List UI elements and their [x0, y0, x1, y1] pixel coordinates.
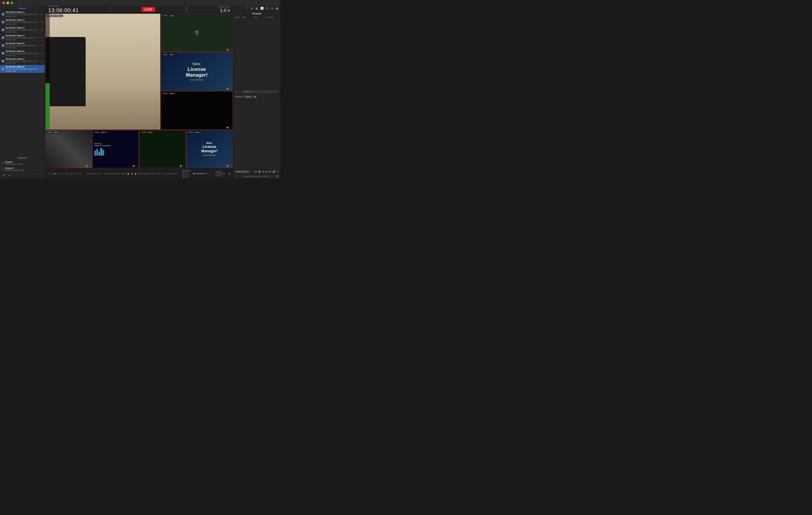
input-item-4[interactable]: ✓ OnTheAir Video 4 OnTheAir Video 4 (108… [0, 34, 45, 42]
input-checkbox-6[interactable]: ✓ [2, 52, 4, 55]
fullscreen-icon-7[interactable]: ⛶ [183, 165, 185, 167]
fullscreen-icon-2[interactable]: ⛶ [230, 49, 232, 51]
eye-icon-6[interactable]: 👁 [41, 52, 43, 54]
eye-icon-7[interactable]: 👁 [41, 60, 43, 62]
remove-input-button[interactable]: − [8, 173, 11, 178]
output-name-2: Output 2 [5, 167, 43, 169]
eye-icon-4[interactable]: 👁 [41, 36, 43, 39]
title-bar [0, 0, 281, 6]
input-checkbox-1[interactable]: ✓ [2, 13, 4, 16]
remove-browser-button[interactable]: − [239, 90, 241, 93]
input-item-8[interactable]: ✓ OnTheAir Video 8 OnTheAir Video 8 (108… [0, 65, 45, 73]
play-button[interactable]: ▶ [135, 172, 137, 175]
volume-slider[interactable] [196, 173, 208, 174]
input-checkbox-4[interactable]: ✓ [2, 36, 4, 39]
minimize-button[interactable] [6, 2, 9, 4]
fullscreen-icon-6[interactable]: ⛶ [136, 165, 138, 167]
current-time-label: Current Time [48, 5, 79, 7]
eye-icon-1[interactable]: 👁 [41, 13, 43, 16]
share-icon[interactable]: ⤴ [246, 6, 249, 10]
outputs-section: Outputs Output Output (1080p 59.94) Outp… [0, 155, 45, 172]
input-text-8: OnTheAir Video 8 OnTheAir Video 8 (1080p… [5, 65, 40, 72]
input-checkbox-7[interactable]: ✓ [2, 60, 4, 62]
bottom-video-8[interactable]: OnTh...Video 8 New: License Manager! SOF… [186, 130, 233, 168]
main-video-cell[interactable]: OnTheAir Video 1 🔇 ⛶ [46, 13, 161, 130]
bottom-settings-button[interactable]: ▲ [228, 172, 231, 175]
input-item-5[interactable]: ✓ OnTheAir Video 5 OnTheAir Video 5 (108… [0, 42, 45, 49]
side-video-3[interactable]: OnTh...Video 3 New: License Manager! SOF… [161, 52, 233, 91]
select-output-button[interactable]: Select Output... [235, 170, 250, 173]
browser-search-input[interactable] [242, 90, 279, 93]
skip-back-button[interactable]: ⏮ [255, 170, 257, 173]
meter-bar [46, 83, 50, 130]
add-input-button[interactable]: + [2, 173, 6, 178]
playlist-settings-button[interactable]: ⚙ [275, 174, 279, 178]
out-point-button[interactable] [185, 9, 188, 12]
in-point-button[interactable] [109, 9, 112, 12]
bottom-video-6[interactable]: OnTh...Video 6 STAGE 1 Higher File Workp… [92, 130, 139, 168]
in-section: In [83, 7, 137, 12]
mute-icon-7[interactable]: 🔇 [179, 165, 182, 167]
side-video-2[interactable]: OnTh...Video 2 🔇 ⛶ [161, 13, 233, 52]
output-item-1[interactable]: Output Output (1080p 59.94) [0, 160, 45, 166]
fast-speeds: 2x4x8x16x32x [162, 173, 177, 175]
mute-icon-5[interactable]: 🔇 [86, 165, 88, 167]
mute-icon-2[interactable]: 🔇 [226, 49, 229, 51]
output-name-1: Output [5, 161, 43, 163]
bottom-video-7[interactable]: OnTh...Video 7 🔇 ⛶ [139, 130, 186, 168]
playlist-remove-button[interactable]: − [235, 175, 237, 178]
input-item-6[interactable]: ✓ OnTheAir Video 6 OnTheAir Video 6 (108… [0, 49, 45, 57]
playlist-dropdown[interactable]: Playlist 1 [243, 96, 257, 98]
stop-button[interactable]: ⏹ [258, 170, 261, 173]
input-checkbox-5[interactable]: ✓ [2, 44, 4, 47]
bottom-video-5[interactable]: OnTh...Video 5 🔇 ⛶ [46, 130, 92, 168]
bottom-video-grid: OnTh...Video 5 🔇 ⛶ OnTh...Video 6 STAGE … [46, 130, 233, 168]
input-checkbox-2[interactable]: ✓ [2, 21, 4, 23]
input-checkbox-8[interactable]: ✓ [2, 67, 4, 70]
refresh-button[interactable]: ↺ [277, 170, 279, 173]
fullscreen-icon-5[interactable]: ⛶ [89, 165, 91, 167]
top-toolbar: ⤴ ⊞ ▦ 📊 ☰ ⊟ ▣ [233, 6, 281, 11]
bottom-video-7-bg [140, 130, 186, 168]
pause-button[interactable]: ⏸ [130, 172, 133, 175]
input-desc-1: OnTheAir Video 1 (1080p 59.94 YUV 8-bit … [5, 13, 40, 18]
input-text-6: OnTheAir Video 6 OnTheAir Video 6 (1080p… [5, 50, 40, 56]
link-button[interactable]: 🔗 [272, 170, 276, 173]
close-button[interactable] [2, 2, 5, 4]
fullscreen-icon-4[interactable]: ⛶ [230, 126, 232, 129]
play-transport-button[interactable]: ▶ [266, 170, 268, 173]
fast-percents: 25%33%50%66%75% [138, 173, 160, 175]
mute-icon-8[interactable]: 🔇 [226, 165, 229, 167]
output-item-2[interactable]: Output 2 Output 2 (1080p 59.94) [0, 166, 45, 172]
timecode-display: 13:06:00;41 [48, 7, 79, 13]
grid-icon[interactable]: ▦ [255, 6, 259, 10]
mute-icon-6[interactable]: 🔇 [133, 165, 135, 167]
input-checkbox-3[interactable]: ✓ [2, 29, 4, 31]
split-icon[interactable]: ⊟ [270, 6, 274, 10]
side-video-4[interactable]: OnTh...Video 4 🔇 ⛶ [161, 91, 233, 130]
eye-icon-3[interactable]: 👁 [41, 29, 43, 31]
chart-icon[interactable]: 📊 [260, 6, 264, 10]
eye-icon-5[interactable]: 👁 [41, 44, 43, 47]
input-item-7[interactable]: ✓ OnTheAir Video 7 OnTheAir Video 7 (108… [0, 57, 45, 65]
list-icon[interactable]: ☰ [265, 6, 269, 10]
fullscreen-icon-8[interactable]: ⛶ [230, 165, 232, 167]
input-item-1[interactable]: ✓ OnTheAir Video 1 OnTheAir Video 1 (108… [0, 10, 45, 18]
eye-icon-2[interactable]: 👁 [41, 21, 43, 23]
eye-icon-8[interactable]: 👁 [41, 67, 43, 70]
panel-icon[interactable]: ▣ [275, 6, 279, 10]
mute-icon-4[interactable]: 🔇 [226, 126, 229, 129]
input-item-3[interactable]: ✓ OnTheAir Video 3 OnTheAir Video 3 (108… [0, 26, 45, 34]
fullscreen-button[interactable] [11, 2, 13, 4]
rewind-button[interactable]: ◀ [127, 172, 129, 175]
mute-icon-3[interactable]: 🔇 [226, 87, 229, 90]
fullscreen-icon-3[interactable]: ⛶ [230, 87, 232, 90]
fullscreen-icon[interactable]: ⛶ [157, 126, 160, 129]
add-browser-button[interactable]: + [235, 90, 238, 93]
filter-icon[interactable]: ⊞ [250, 6, 254, 10]
input-name-4: OnTheAir Video 4 [5, 34, 40, 37]
skip-forward-button[interactable]: ⏭ [269, 170, 271, 173]
mute-icon[interactable]: 🔇 [154, 126, 156, 129]
pause-transport-button[interactable]: ⏸ [262, 170, 264, 173]
input-item-2[interactable]: ✓ OnTheAir Video 2 OnTheAir Video 2 (108… [0, 18, 45, 26]
